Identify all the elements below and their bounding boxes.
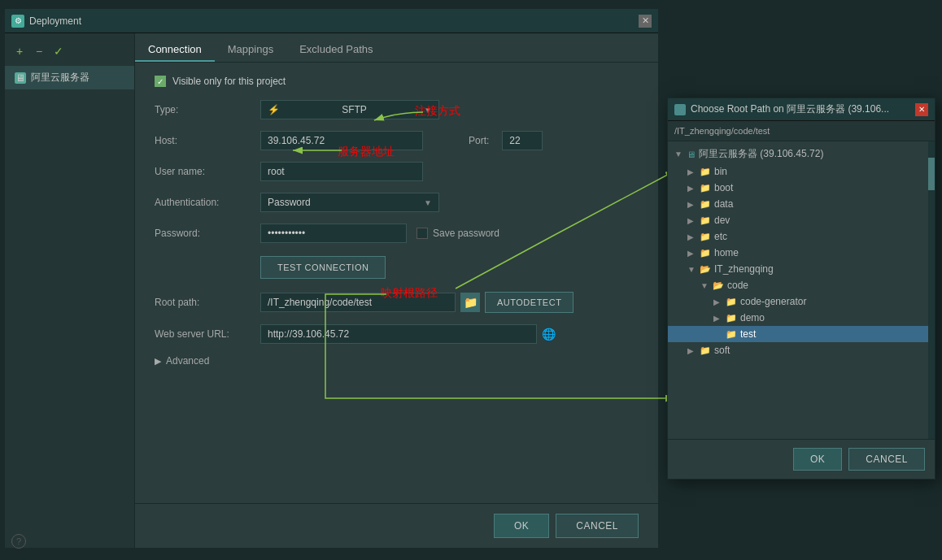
username-row: User name:	[155, 162, 639, 181]
password-input[interactable]	[260, 224, 407, 243]
file-tree: ▼ 🖥 阿里云服务器 (39.106.45.72) ▶ 📁 bin ▶ 📁 bo…	[668, 141, 928, 439]
tree-item-dev[interactable]: ▶ 📁 dev	[668, 212, 928, 228]
web-url-label: Web server URL:	[155, 328, 260, 340]
remove-server-button[interactable]: −	[31, 43, 47, 59]
tree-item-test[interactable]: 📁 test	[668, 326, 928, 342]
test-connection-button[interactable]: TEST CONNECTION	[260, 256, 386, 279]
tree-label-dev: dev	[714, 215, 730, 226]
globe-icon: 🌐	[542, 328, 556, 341]
host-label: Host:	[155, 135, 260, 146]
tree-item-code-generator[interactable]: ▶ 📁 code-generator	[668, 293, 928, 310]
tree-item-it-zhengqing[interactable]: ▼ 📂 IT_zhengqing	[668, 261, 928, 277]
bin-folder-icon: 📁	[700, 167, 711, 177]
choose-dialog-title: Choose Root Path on 阿里云服务器 (39.106...	[691, 102, 889, 116]
main-cancel-button[interactable]: CANCEL	[556, 514, 639, 538]
auth-value: Password	[268, 197, 311, 208]
tree-label-it-zhengqing: IT_zhengqing	[714, 263, 774, 275]
auth-row: Authentication: Password ▼	[155, 193, 639, 212]
advanced-label: Advanced	[166, 355, 209, 367]
password-row: Password: Save password	[155, 224, 639, 243]
tree-item-data[interactable]: ▶ 📁 data	[668, 196, 928, 212]
choose-ok-button[interactable]: OK	[793, 448, 842, 471]
web-url-input[interactable]	[260, 324, 537, 344]
tree-arrow-home: ▶	[687, 249, 697, 258]
choose-dialog-icon	[674, 104, 686, 115]
visible-only-label: Visible only for this project	[172, 76, 286, 87]
tree-label-code-generator: code-generator	[740, 296, 806, 307]
main-titlebar: ⚙ Deployment ✕	[5, 9, 658, 33]
tab-mappings[interactable]: Mappings	[215, 38, 286, 62]
visible-only-checkbox[interactable]	[155, 76, 166, 87]
advanced-row[interactable]: ▶ Advanced	[155, 355, 639, 367]
test-connection-row: TEST CONNECTION	[155, 254, 639, 280]
current-path: /IT_zhengqing/code/test	[674, 126, 770, 136]
demo-folder-icon: 📁	[726, 313, 737, 323]
auth-dropdown-arrow: ▼	[424, 198, 432, 207]
main-ok-button[interactable]: OK	[494, 514, 549, 538]
web-url-row: Web server URL: 🌐	[155, 324, 639, 344]
test-folder-icon: 📁	[726, 329, 737, 340]
sidebar-toolbar: + − ✓	[5, 40, 134, 66]
main-close-button[interactable]: ✕	[639, 15, 652, 28]
dev-folder-icon: 📁	[700, 215, 711, 226]
type-label: Type:	[155, 104, 260, 115]
sidebar-item-server[interactable]: 🖥 阿里云服务器	[5, 66, 134, 89]
autodetect-button[interactable]: AUTODETECT	[485, 292, 573, 313]
check-button[interactable]: ✓	[50, 43, 67, 59]
port-row: Port: 22	[436, 131, 543, 150]
tree-item-etc[interactable]: ▶ 📁 etc	[668, 228, 928, 245]
username-label: User name:	[155, 166, 260, 177]
tree-arrow-code-generator: ▶	[713, 297, 723, 306]
choose-root-path-dialog: Choose Root Path on 阿里云服务器 (39.106... ✕ …	[667, 98, 935, 480]
sidebar-server-name: 阿里云服务器	[31, 71, 89, 85]
tree-label-boot: boot	[714, 182, 733, 193]
tree-item-demo[interactable]: ▶ 📁 demo	[668, 310, 928, 326]
port-input[interactable]: 22	[502, 131, 543, 150]
tab-connection[interactable]: Connection	[135, 38, 215, 62]
tree-label-code: code	[727, 280, 748, 291]
host-input[interactable]: 39.106.45.72	[260, 131, 423, 150]
code-folder-icon: 📂	[713, 280, 724, 291]
tree-arrow-code: ▼	[700, 281, 710, 290]
browse-folder-button[interactable]: 📁	[460, 293, 480, 312]
sftp-icon: ⚡	[268, 104, 280, 115]
current-path-bar: /IT_zhengqing/code/test	[668, 121, 935, 141]
sidebar: + − ✓ 🖥 阿里云服务器	[5, 33, 135, 548]
username-input[interactable]	[260, 162, 423, 181]
type-select-wrapper: ⚡ SFTP ▼	[260, 100, 639, 119]
tree-item-server[interactable]: ▼ 🖥 阿里云服务器 (39.106.45.72)	[668, 145, 928, 163]
tree-item-bin[interactable]: ▶ 📁 bin	[668, 163, 928, 180]
deployment-icon: ⚙	[11, 15, 24, 28]
root-path-controls: 📁 AUTODETECT	[260, 292, 573, 313]
choose-close-button[interactable]: ✕	[915, 103, 928, 116]
tree-label-test: test	[740, 328, 756, 340]
tree-arrow-soft: ▶	[687, 346, 697, 355]
boot-folder-icon: 📁	[700, 183, 711, 193]
type-row: Type: ⚡ SFTP ▼	[155, 100, 639, 119]
tree-item-home[interactable]: ▶ 📁 home	[668, 245, 928, 261]
add-server-button[interactable]: +	[11, 43, 28, 59]
auth-select[interactable]: Password ▼	[260, 193, 439, 212]
choose-cancel-button[interactable]: CANCEL	[848, 448, 925, 471]
code-generator-folder-icon: 📁	[726, 297, 737, 307]
tree-arrow-data: ▶	[687, 200, 697, 209]
tree-scrollbar-thumb	[928, 158, 935, 190]
form-area: Visible only for this project Type: ⚡ SF…	[135, 63, 658, 503]
tree-item-soft[interactable]: ▶ 📁 soft	[668, 342, 928, 358]
tree-label-bin: bin	[714, 166, 727, 177]
advanced-arrow-icon: ▶	[155, 356, 161, 367]
tree-item-boot[interactable]: ▶ 📁 boot	[668, 180, 928, 196]
tree-label-server: 阿里云服务器 (39.106.45.72)	[699, 147, 823, 161]
tree-item-code[interactable]: ▼ 📂 code	[668, 277, 928, 293]
save-password-label: Save password	[416, 228, 499, 239]
save-password-checkbox[interactable]	[416, 228, 428, 239]
type-select[interactable]: ⚡ SFTP ▼	[260, 100, 439, 119]
tree-scrollbar[interactable]	[928, 141, 935, 439]
type-dropdown-arrow: ▼	[424, 106, 432, 115]
tab-excluded-paths[interactable]: Excluded Paths	[286, 38, 386, 62]
help-icon[interactable]: ?	[11, 534, 26, 549]
root-path-input[interactable]	[260, 293, 456, 312]
main-content: Connection Mappings Excluded Paths Visib…	[135, 33, 658, 548]
root-path-label: Root path:	[155, 297, 260, 308]
server-folder-icon: 🖥	[687, 150, 696, 159]
